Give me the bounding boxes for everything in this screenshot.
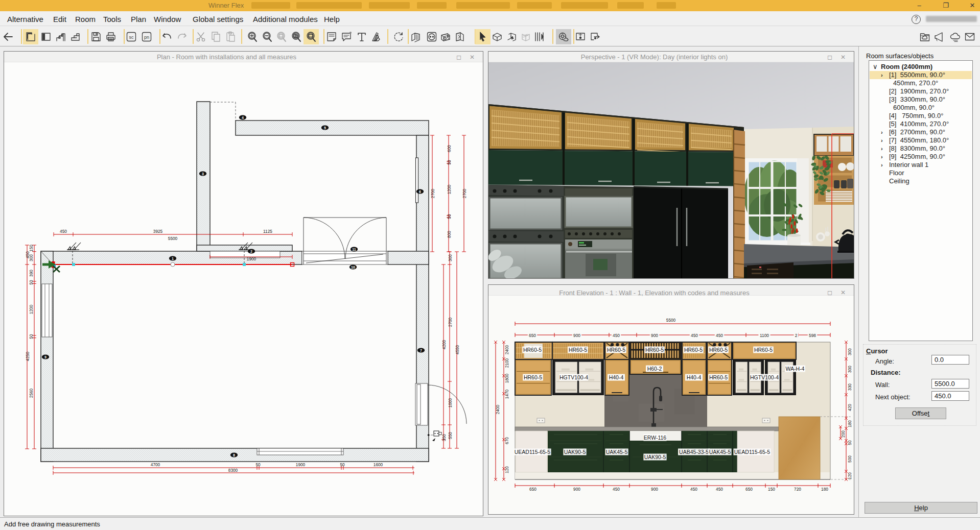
svg-text:650: 650 (745, 487, 753, 492)
svg-text:1100: 1100 (760, 333, 769, 338)
svg-text:4: 4 (242, 116, 244, 119)
svg-text:1900: 1900 (247, 256, 256, 261)
svg-text:450: 450 (613, 333, 620, 338)
svg-text:50: 50 (447, 214, 452, 219)
svg-text:2700: 2700 (430, 188, 435, 198)
svg-text:UEAD115-65-5: UEAD115-65-5 (515, 449, 551, 455)
svg-text:450: 450 (691, 333, 698, 338)
svg-text:2560: 2560 (29, 388, 34, 398)
svg-text:900: 900 (651, 333, 658, 338)
svg-text:200: 200 (841, 430, 846, 438)
svg-text:pn: pn (144, 35, 149, 40)
svg-text:650: 650 (529, 487, 536, 492)
svg-text:6: 6 (419, 190, 421, 194)
svg-text:120: 120 (847, 472, 852, 479)
svg-text:7: 7 (420, 349, 422, 352)
svg-text:HR60-5: HR60-5 (645, 347, 664, 353)
svg-text:300: 300 (448, 254, 453, 261)
svg-text:HR60-5: HR60-5 (684, 347, 703, 353)
svg-text:3925: 3925 (153, 229, 163, 234)
svg-text:550: 550 (448, 432, 453, 439)
svg-text:2700: 2700 (448, 317, 453, 327)
svg-text:UEAD115-65-5: UEAD115-65-5 (734, 449, 771, 455)
svg-text:HR60-5: HR60-5 (569, 347, 587, 353)
svg-text:HR60-5: HR60-5 (709, 374, 728, 380)
svg-text:2: 2 (795, 333, 798, 338)
svg-text:1200: 1200 (29, 304, 34, 314)
svg-text:390: 390 (29, 270, 34, 277)
svg-text:UAB45-33-5: UAB45-33-5 (679, 449, 709, 455)
svg-text:UAK90-5: UAK90-5 (644, 454, 666, 460)
svg-text:450: 450 (613, 487, 620, 492)
svg-text:5500: 5500 (666, 318, 676, 323)
svg-text:UAK45-5: UAK45-5 (606, 449, 628, 455)
svg-text:ERW-116: ERW-116 (644, 435, 667, 441)
svg-text:1: 1 (172, 257, 174, 260)
svg-text:1125: 1125 (263, 229, 272, 234)
svg-text:H40-4: H40-4 (687, 374, 702, 380)
svg-text:900: 900 (573, 333, 580, 338)
svg-text:UAK90-5: UAK90-5 (564, 449, 586, 455)
svg-text:1600: 1600 (374, 462, 383, 467)
svg-text:180: 180 (821, 487, 828, 492)
svg-text:2: 2 (250, 250, 252, 253)
svg-text:4700: 4700 (151, 462, 160, 467)
svg-text:900: 900 (573, 487, 580, 492)
svg-text:50: 50 (255, 462, 261, 467)
svg-text:50: 50 (340, 462, 345, 467)
svg-text:WA-H-4: WA-H-4 (786, 366, 805, 372)
svg-text:UAK45-5: UAK45-5 (709, 449, 731, 455)
svg-text:HGTV100-4: HGTV100-4 (559, 374, 588, 380)
svg-text:4200: 4200 (441, 340, 447, 349)
svg-text:450: 450 (716, 487, 723, 492)
svg-text:8300: 8300 (228, 468, 238, 473)
svg-text:670: 670 (504, 437, 509, 444)
svg-text:11: 11 (352, 248, 356, 251)
svg-text:2400: 2400 (504, 345, 509, 354)
svg-text:4250: 4250 (25, 351, 30, 361)
svg-text:HR60-5: HR60-5 (524, 374, 542, 380)
svg-text:300: 300 (847, 366, 852, 373)
svg-text:330: 330 (847, 383, 852, 391)
svg-text:1470: 1470 (504, 389, 509, 399)
svg-text:HGTV100-4: HGTV100-4 (750, 374, 779, 380)
svg-text:50: 50 (847, 440, 852, 445)
svg-text:900: 900 (651, 487, 658, 492)
svg-text:5500: 5500 (168, 236, 178, 241)
svg-text:1000: 1000 (448, 398, 453, 407)
svg-text:HR60-5: HR60-5 (523, 347, 542, 353)
svg-text:720: 720 (794, 487, 801, 492)
svg-text:300: 300 (847, 348, 852, 355)
svg-text:H40-4: H40-4 (609, 374, 624, 380)
svg-text:420: 420 (847, 404, 852, 411)
svg-text:450: 450 (716, 333, 723, 338)
svg-text:9: 9 (44, 355, 46, 359)
svg-text:H60-2: H60-2 (647, 366, 662, 372)
svg-text:120: 120 (504, 466, 509, 473)
svg-text:800: 800 (447, 231, 452, 238)
svg-text:650: 650 (529, 333, 536, 338)
svg-text:8: 8 (233, 453, 235, 457)
svg-text:450: 450 (690, 487, 697, 492)
svg-text:600: 600 (447, 145, 452, 152)
svg-text:10: 10 (351, 266, 355, 269)
svg-text:2700: 2700 (462, 188, 467, 198)
svg-text:3: 3 (202, 172, 204, 176)
svg-text:HR60-5: HR60-5 (607, 347, 625, 353)
svg-text:300: 300 (29, 254, 34, 261)
svg-text:150: 150 (29, 245, 34, 252)
svg-text:350: 350 (441, 434, 447, 441)
svg-text:2400: 2400 (495, 404, 500, 414)
svg-text:598: 598 (809, 333, 816, 338)
svg-text:450: 450 (60, 229, 67, 234)
svg-text:1200: 1200 (447, 184, 452, 194)
svg-text:sc: sc (129, 35, 134, 40)
svg-text:150: 150 (768, 487, 775, 492)
svg-text:2100: 2100 (504, 358, 509, 368)
svg-text:180: 180 (847, 420, 852, 427)
svg-text:4550: 4550 (455, 345, 460, 354)
svg-text:500: 500 (847, 455, 852, 463)
svg-text:50: 50 (447, 160, 452, 165)
svg-text:5: 5 (324, 126, 326, 130)
svg-text:50: 50 (29, 334, 34, 339)
